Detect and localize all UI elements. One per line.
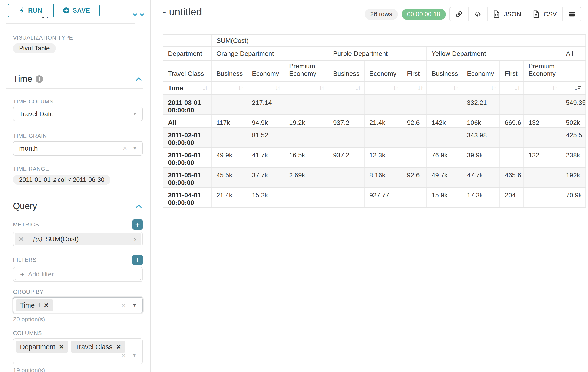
time-axis-label: Time↓↑	[163, 81, 211, 95]
sort-icon[interactable]: ↓↑	[238, 85, 243, 92]
value-cell: 238k	[561, 147, 586, 167]
value-cell: 92.6	[402, 115, 427, 128]
remove-tag-icon[interactable]: ✕	[116, 343, 121, 351]
caret-down-icon: ▼	[132, 353, 137, 358]
value-cell: 12.3k	[364, 147, 402, 167]
selected-option-tag[interactable]: Travel Class✕	[71, 341, 125, 353]
clear-icon[interactable]: ×	[122, 352, 126, 359]
info-icon: i	[38, 302, 40, 308]
chart-type-section-chevrons	[133, 13, 145, 18]
value-cell: 937.2	[328, 147, 364, 167]
sort-icon[interactable]: ↓↑	[514, 85, 519, 92]
value-cell	[211, 128, 247, 147]
metrics-label: METRICS	[13, 221, 39, 228]
value-cell: 21.4k	[211, 187, 247, 207]
remove-tag-icon[interactable]: ✕	[44, 302, 49, 309]
value-cell: 927.77	[364, 187, 402, 207]
add-filter-dropzone[interactable]: + Add filter	[15, 268, 141, 280]
export-label: .JSON	[502, 11, 521, 18]
sort-desc-icon[interactable]: ↓	[575, 85, 582, 92]
columns-options-hint: 19 option(s)	[13, 367, 143, 372]
chevron-icon	[139, 13, 145, 17]
export-json-button[interactable]: .JSON	[487, 7, 527, 21]
visualization-type-value[interactable]: Pivot Table	[13, 43, 56, 53]
sort-icon[interactable]: ↓↑	[202, 85, 207, 92]
time-column-select[interactable]: Travel Date ▼	[13, 107, 143, 121]
embed-code-button[interactable]	[468, 7, 487, 21]
value-cell: 47.7k	[462, 167, 500, 187]
value-cell	[328, 187, 364, 207]
selected-option-tag[interactable]: Timei✕	[16, 299, 53, 311]
sort-icon[interactable]: ↓↑	[355, 85, 360, 92]
column-header: Business	[427, 60, 462, 81]
save-button[interactable]: SAVE	[54, 4, 100, 17]
sort-icon[interactable]: ↓↑	[393, 85, 398, 92]
time-column-label: TIME COLUMN	[13, 98, 143, 105]
value-cell	[402, 128, 427, 147]
add-filter-button[interactable]: +	[133, 255, 143, 265]
columns-select[interactable]: Department✕Travel Class✕ × ▼	[13, 338, 143, 364]
run-button[interactable]: RUN	[8, 4, 54, 17]
time-section-header[interactable]: Time i	[13, 74, 143, 84]
column-header: Economy	[247, 60, 284, 81]
metric-chip[interactable]: ✕ ƒ(x) SUM(Cost) ›	[15, 233, 141, 245]
collapse-chevron-icon[interactable]	[135, 203, 143, 209]
tag-label: Travel Class	[75, 343, 112, 351]
column-group-header: Yellow Department	[427, 47, 561, 60]
caret-down-icon: ▼	[132, 302, 137, 308]
metric-value: SUM(Cost)	[45, 235, 79, 243]
metric-header-cell: SUM(Cost)	[211, 34, 586, 47]
sort-icon[interactable]: ↓↑	[453, 85, 458, 92]
export-csv-button[interactable]: .CSV	[527, 7, 562, 21]
column-header: Business	[328, 60, 364, 81]
sort-icon[interactable]: ↓↑	[319, 85, 324, 92]
sortable-column-cell: ↓↑	[500, 81, 524, 95]
table-row: 2011-03-01 00:00:00217.14332.21549.35	[163, 95, 586, 115]
clear-icon[interactable]: ×	[123, 145, 127, 152]
time-grain-select[interactable]: month × ▼	[13, 141, 143, 156]
value-cell: 204	[500, 187, 524, 207]
value-cell: 41.7k	[247, 147, 284, 167]
plus-icon: +	[20, 270, 24, 278]
pivot-table: SUM(Cost) DepartmentOrange DepartmentPur…	[163, 34, 586, 208]
value-cell	[284, 95, 328, 115]
sort-icon[interactable]: ↓↑	[552, 85, 557, 92]
more-menu-button[interactable]	[562, 7, 581, 21]
tag-label: Time	[20, 302, 35, 309]
value-cell: 132	[524, 147, 561, 167]
export-button-group: .JSON.CSV	[450, 7, 581, 21]
clear-icon[interactable]: ×	[122, 302, 126, 309]
time-range-label: TIME RANGE	[13, 166, 143, 172]
value-cell: 39.9k	[462, 147, 500, 167]
value-cell: 502k	[561, 115, 586, 128]
export-label: .CSV	[542, 11, 557, 18]
sort-icon[interactable]: ↓↑	[418, 85, 422, 92]
value-cell: 15.9k	[427, 187, 462, 207]
sort-icon[interactable]: ↓↑	[491, 85, 496, 92]
sortable-column-cell: ↓	[561, 81, 586, 95]
value-cell	[427, 128, 462, 147]
expand-metric-icon[interactable]: ›	[128, 233, 141, 245]
remove-metric-icon[interactable]: ✕	[15, 233, 28, 245]
group-by-select[interactable]: Timei✕ × ▼	[13, 297, 143, 313]
value-cell: 117k	[211, 115, 247, 128]
value-cell: 76.9k	[427, 147, 462, 167]
table-row: Time↓↑↓↑↓↑↓↑↓↑↓↑↓↑↓↑↓↑↓↑↓↑↓	[163, 81, 586, 95]
table-row: Travel ClassBusinessEconomyPremium Econo…	[163, 60, 586, 81]
row-label-cell: 2011-06-01 00:00:00	[163, 147, 211, 167]
collapse-chevron-icon[interactable]	[135, 76, 143, 82]
time-range-value[interactable]: 2011-01-01 ≤ col < 2011-06-30	[13, 175, 110, 185]
chart-title: - untitled	[163, 6, 202, 18]
share-link-button[interactable]	[450, 7, 468, 21]
value-cell	[500, 147, 524, 167]
remove-tag-icon[interactable]: ✕	[59, 343, 64, 351]
query-section-header[interactable]: Query	[13, 201, 143, 211]
sort-icon[interactable]: ↓↑	[275, 85, 280, 92]
add-metric-button[interactable]: +	[133, 220, 143, 230]
metric-control: ✕ ƒ(x) SUM(Cost) ›	[13, 232, 143, 246]
add-filter-placeholder: Add filter	[28, 271, 54, 278]
sortable-column-cell: ↓↑	[427, 81, 462, 95]
selected-option-tag[interactable]: Department✕	[16, 341, 68, 353]
value-cell: 19.2k	[284, 115, 328, 128]
sortable-column-cell: ↓↑	[402, 81, 427, 95]
